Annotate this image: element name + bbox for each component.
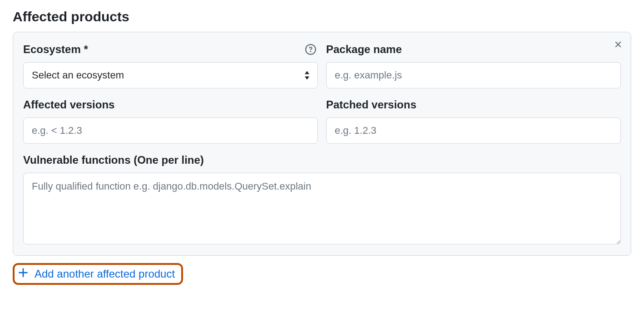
ecosystem-select-value: Select an ecosystem [32,69,124,81]
affected-versions-label: Affected versions [23,98,114,111]
vulnerable-functions-textarea[interactable] [23,173,621,244]
info-icon[interactable] [305,44,316,55]
package-name-label: Package name [326,43,402,56]
section-title: Affected products [13,9,631,24]
patched-versions-label: Patched versions [326,98,416,111]
patched-versions-input[interactable] [326,117,621,144]
add-another-highlight: Add another affected product [13,263,183,285]
close-button[interactable] [612,39,624,51]
affected-product-card: Ecosystem * Select an ecosystem Package … [13,32,631,256]
ecosystem-select[interactable]: Select an ecosystem [23,62,318,88]
add-another-affected-product-link[interactable]: Add another affected product [18,268,175,280]
package-name-input[interactable] [326,62,621,88]
plus-icon [18,268,28,280]
add-another-label: Add another affected product [35,268,175,280]
ecosystem-label: Ecosystem * [23,43,88,56]
vulnerable-functions-label: Vulnerable functions (One per line) [23,154,204,166]
affected-versions-input[interactable] [23,117,318,144]
close-icon [613,39,623,51]
